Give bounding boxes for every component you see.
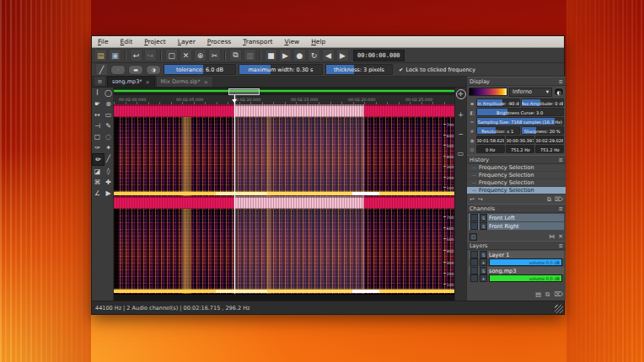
navigate-compass-icon[interactable]: ✛ (456, 89, 466, 99)
min-amplitude-field[interactable]: Min Amplitude: -90 dB (476, 98, 520, 107)
paste-icon[interactable]: ▥ (244, 49, 256, 61)
redo-icon[interactable]: ↪ (478, 196, 483, 203)
layer-solo-button[interactable]: S (480, 251, 487, 258)
new-group-icon[interactable]: ▤ (535, 290, 541, 299)
transform-tool[interactable]: ▭ (103, 109, 114, 120)
lock-frequency-checkbox[interactable]: ✔ Lock to clicked frequency (399, 67, 475, 73)
move-tool[interactable]: ↔ (92, 109, 103, 120)
eraser-tool[interactable]: ◪ (92, 166, 103, 177)
zoom-tool[interactable]: ⊕ (103, 98, 114, 109)
channel-front-left[interactable]: S Front Left (469, 214, 564, 221)
layer-solo-button[interactable]: S (480, 267, 487, 274)
mode-dot-toggle[interactable]: · (110, 65, 126, 75)
unlink-icon[interactable]: ✕ (558, 233, 563, 240)
layer-visibility-checkbox[interactable] (470, 251, 478, 258)
line-tool[interactable]: ╱ (103, 153, 114, 164)
pen-tool[interactable]: ✎ (103, 120, 114, 131)
brightness-curve-field[interactable]: Brightness Curve: 3.0 (476, 108, 564, 116)
history-section-header[interactable]: History ≡ (467, 155, 566, 164)
redo-icon[interactable]: ↪ (144, 49, 157, 61)
channel-visibility-checkbox[interactable] (470, 214, 478, 221)
select-all-icon[interactable]: ▢ (165, 49, 178, 61)
go-end-icon[interactable]: ▶ (336, 49, 349, 61)
overview-view-box[interactable] (228, 88, 260, 95)
menu-transport[interactable]: Transport (237, 38, 278, 45)
sharpness-field[interactable]: Sharpness: 20 % (521, 126, 565, 135)
go-start-icon[interactable]: ◀ (322, 49, 335, 61)
hamburger-icon[interactable]: ≡ (559, 78, 563, 85)
waveform-strip-left[interactable] (114, 104, 454, 117)
channels-section-header[interactable]: Channels ≡ (467, 204, 566, 213)
sampling-size-field[interactable]: Sampling Size: 7168 samples (16.3 Hz) (476, 117, 564, 125)
pan-tool[interactable]: ☛ (92, 98, 103, 109)
play-icon[interactable]: ▶ (279, 49, 292, 61)
zoom-in-icon[interactable]: + (458, 111, 464, 119)
measure-tool[interactable]: ∠ (92, 188, 103, 199)
menu-edit[interactable]: Edit (115, 38, 139, 45)
undo-icon[interactable]: ↩ (130, 49, 142, 61)
tab-song-mp3[interactable]: song.mp3* ✕ (107, 76, 155, 87)
waveform-strip-right[interactable] (114, 196, 454, 209)
magic-wand-tool[interactable]: ✦ (103, 142, 114, 153)
close-icon[interactable]: ✕ (146, 79, 150, 85)
playhead-marker[interactable] (232, 99, 237, 103)
fit-view-icon[interactable]: ▭ (458, 150, 464, 157)
channel-visibility-checkbox[interactable] (470, 222, 478, 230)
open-icon[interactable]: ▤ (94, 49, 107, 61)
zoom-selection-icon[interactable]: ⊕ (194, 49, 207, 61)
delete-selection-icon[interactable]: ✕ (180, 49, 192, 61)
history-item[interactable]: Frequency Selection (467, 172, 566, 179)
crop-icon[interactable]: ✂ (208, 49, 221, 61)
thickness-field[interactable]: thickness: 3 pixels (325, 64, 393, 75)
layer-volume-bar[interactable]: volume 0.0 dB (489, 274, 562, 282)
layer-visibility-checkbox[interactable] (470, 267, 478, 274)
copy-icon[interactable]: ⧉ (229, 49, 242, 61)
frequency-selection-tool[interactable]: ⊣ (92, 120, 103, 131)
stop-icon[interactable]: ■ (265, 49, 277, 61)
tab-mix-demo[interactable]: Mix Demo.slp* ✕ (156, 76, 213, 87)
layer-expand-button[interactable]: + (480, 274, 487, 282)
spectrogram-left-channel[interactable]: 700 600 500 400 300 200 100 (114, 117, 454, 196)
menu-file[interactable]: File (92, 38, 115, 45)
layer-blend-box[interactable] (470, 258, 478, 266)
line-marker-icon[interactable]: ╱ (95, 63, 108, 76)
channel-solo-button[interactable]: S (480, 222, 487, 230)
layer-volume-bar[interactable]: volume 0.0 dB (489, 258, 562, 266)
link-checkbox[interactable]: ▢ (470, 233, 477, 241)
colormap-select[interactable]: Inferno ▾ (509, 88, 552, 97)
trash-icon[interactable]: ⌦ (555, 196, 563, 203)
channel-front-right[interactable]: S Front Right (469, 222, 564, 230)
save-icon[interactable]: ▣ (109, 49, 121, 61)
record-icon[interactable]: ● (293, 49, 306, 61)
copy-icon[interactable]: ⧉ (547, 196, 551, 203)
history-item-selected[interactable]: Frequency Selection (467, 187, 566, 194)
history-item[interactable]: Frequency Selection (467, 164, 566, 172)
layer-expand-button[interactable]: + (480, 258, 487, 266)
menu-layer[interactable]: Layer (172, 38, 201, 45)
heal-tool[interactable]: ✚ (103, 177, 114, 188)
resize-grip[interactable] (555, 305, 563, 313)
spectrogram-view[interactable]: 00:02:00.000 00:02:05.000 00:02:10.000 0… (114, 88, 454, 301)
menu-view[interactable]: View (278, 38, 305, 45)
crossfade-icon[interactable]: ⋈ (549, 233, 555, 240)
horizontal-scroll-area[interactable] (114, 294, 454, 301)
brush-selection-tool[interactable]: ✑ (92, 142, 103, 153)
mode-bar-toggle[interactable]: ▬ (128, 65, 143, 75)
mode-contrast-toggle[interactable]: ◑ (146, 65, 161, 75)
playhead-line[interactable] (234, 95, 235, 294)
tolerance-field[interactable]: tolerance: 6.0 dB (164, 64, 236, 75)
history-item[interactable]: Frequency Selection (467, 179, 566, 187)
zoom-out-icon[interactable]: − (458, 130, 464, 138)
spectrogram-right-channel[interactable]: 700 600 500 400 300 200 100 (114, 209, 454, 294)
time-ruler[interactable]: 00:02:00.000 00:02:05.000 00:02:10.000 0… (114, 95, 454, 104)
menu-process[interactable]: Process (201, 38, 237, 45)
smudge-tool[interactable]: ◊ (103, 166, 114, 177)
menu-help[interactable]: Help (305, 38, 331, 45)
delete-layer-icon[interactable]: ⌦ (554, 290, 563, 299)
hamburger-icon[interactable]: ≡ (559, 157, 563, 163)
maximum-width-field[interactable]: maximum width: 0.30 s (239, 64, 323, 75)
rect-selection-tool[interactable]: ▢ (92, 131, 103, 142)
layer-item[interactable]: S song.mp3 (469, 267, 564, 274)
tab-list-button[interactable]: ≡ (94, 76, 106, 87)
loop-icon[interactable]: ↻ (308, 49, 320, 61)
